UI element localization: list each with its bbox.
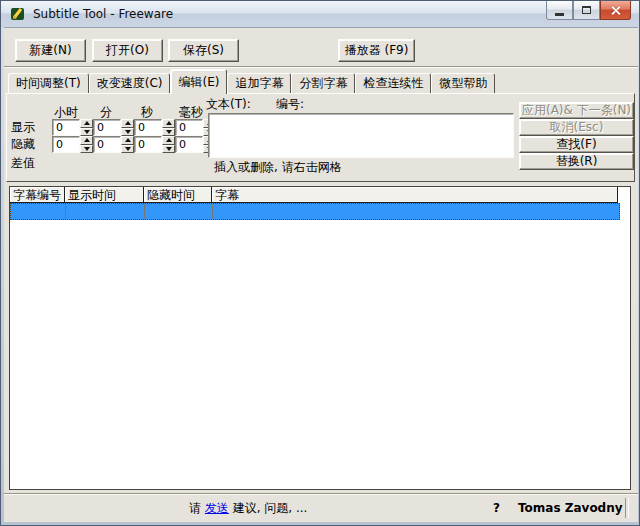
grid-cell[interactable] [145,204,213,219]
tab-split-subtitle[interactable]: 分割字幕 [291,73,355,93]
seconds-column-label: 秒 [133,106,161,119]
author-name: Tomas Zavodny [518,502,623,515]
arrow-up-icon [166,121,172,125]
status-text-suffix: 建议, 问题, ... [233,501,308,515]
subtitle-text-area[interactable] [208,113,514,158]
app-window: Subtitle Tool - Freeware 新建(N) 打开(O) 保存(… [0,0,640,526]
client-area: 新建(N) 打开(O) 保存(S) 播放器 (F9) 时间调整(T) 改变速度(… [4,27,638,522]
spin-down-button[interactable] [80,128,93,137]
spin-up-button[interactable] [80,119,93,128]
grid-cell[interactable] [11,204,66,219]
send-link[interactable]: 发送 [205,501,229,515]
column-header-hide-time[interactable]: 隐藏时间 [144,187,212,203]
grid-cell[interactable] [66,204,145,219]
titlebar[interactable]: Subtitle Tool - Freeware [1,1,639,27]
hide-hours-spinner [80,136,93,153]
hours-column-label: 小时 [50,106,82,119]
close-button[interactable] [600,1,631,20]
arrow-down-icon [166,130,172,134]
spin-up-button[interactable] [80,136,93,145]
tab-mini-help[interactable]: 微型帮助 [431,73,495,93]
spin-down-button[interactable] [121,128,134,137]
cancel-button[interactable]: 取消(Esc) [519,119,634,136]
tab-edit[interactable]: 编辑(E) [170,69,227,94]
hide-minutes-input[interactable] [93,136,121,153]
spin-down-button[interactable] [162,128,175,137]
replace-button[interactable]: 替换(R) [519,153,634,170]
arrow-down-icon [84,147,90,151]
tab-strip: 时间调整(T) 改变速度(C) 编辑(E) 追加字幕 分割字幕 检查连续性 微型… [8,68,495,94]
show-row-label: 显示 [11,121,35,134]
hide-seconds-spinner [162,136,175,153]
arrow-up-icon [166,138,172,142]
arrow-up-icon [125,138,131,142]
show-seconds-spinner [162,119,175,136]
minimize-icon [555,13,564,16]
minutes-column-label: 分 [92,106,120,119]
spin-up-button[interactable] [121,119,134,128]
subtitle-grid[interactable]: 字幕编号 显示时间 隐藏时间 字幕 [9,186,631,490]
spin-down-button[interactable] [80,145,93,154]
milliseconds-column-label: 毫秒 [174,106,208,119]
spin-up-button[interactable] [162,136,175,145]
show-milliseconds-input[interactable] [175,119,203,136]
open-button[interactable]: 打开(O) [92,39,163,62]
window-controls [546,1,631,20]
save-button[interactable]: 保存(S) [168,39,239,62]
grid-hint-label: 插入或删除, 请右击网格 [214,161,342,174]
spin-up-button[interactable] [121,136,134,145]
status-text-prefix: 请 [189,501,201,515]
statusbar-divider [625,498,629,518]
column-header-subtitle-number[interactable]: 字幕编号 [10,187,65,203]
arrow-down-icon [125,130,131,134]
column-header-subtitle[interactable]: 字幕 [212,187,618,203]
spin-down-button[interactable] [162,145,175,154]
hide-row-label: 隐藏 [11,138,35,151]
selected-grid-row[interactable] [10,203,620,220]
tab-append-subtitle[interactable]: 追加字幕 [227,73,291,93]
hide-milliseconds-input[interactable] [175,136,203,153]
show-minutes-spinner [121,119,134,136]
column-header-show-time[interactable]: 显示时间 [65,187,144,203]
close-icon [610,5,621,16]
hide-hours-input[interactable] [52,136,80,153]
arrow-up-icon [84,121,90,125]
tab-change-speed[interactable]: 改变速度(C) [89,73,171,93]
arrow-down-icon [84,130,90,134]
arrow-up-icon [125,121,131,125]
spin-up-button[interactable] [162,119,175,128]
show-hours-input[interactable] [52,119,80,136]
show-hours-spinner [80,119,93,136]
show-minutes-input[interactable] [93,119,121,136]
text-label: 文本(T): [206,98,251,111]
spin-down-button[interactable] [121,145,134,154]
show-seconds-input[interactable] [134,119,162,136]
difference-row-label: 差值 [11,157,35,170]
app-icon [10,6,26,22]
maximize-icon [582,6,591,14]
hide-seconds-input[interactable] [134,136,162,153]
window-title: Subtitle Tool - Freeware [33,7,173,21]
status-bar: 请 发送 建议, 问题, ... ? Tomas Zavodny [4,493,638,522]
hide-minutes-spinner [121,136,134,153]
find-button[interactable]: 查找(F) [519,136,634,153]
number-label: 编号: [276,98,304,111]
grid-header-row: 字幕编号 显示时间 隐藏时间 字幕 [10,187,618,203]
player-button[interactable]: 播放器 (F9) [338,39,415,62]
new-button[interactable]: 新建(N) [15,39,86,62]
arrow-up-icon [84,138,90,142]
help-mark: ? [493,502,500,515]
status-text: 请 发送 建议, 问题, ... [189,502,307,515]
arrow-down-icon [125,147,131,151]
maximize-button[interactable] [573,1,600,20]
tab-time-adjust[interactable]: 时间调整(T) [8,73,89,93]
tab-check-continuity[interactable]: 检查连续性 [355,73,431,93]
grid-cell[interactable] [213,204,619,219]
arrow-down-icon [166,147,172,151]
apply-next-button[interactable]: 应用(A)& 下一条(N) [519,102,634,119]
minimize-button[interactable] [546,1,573,20]
